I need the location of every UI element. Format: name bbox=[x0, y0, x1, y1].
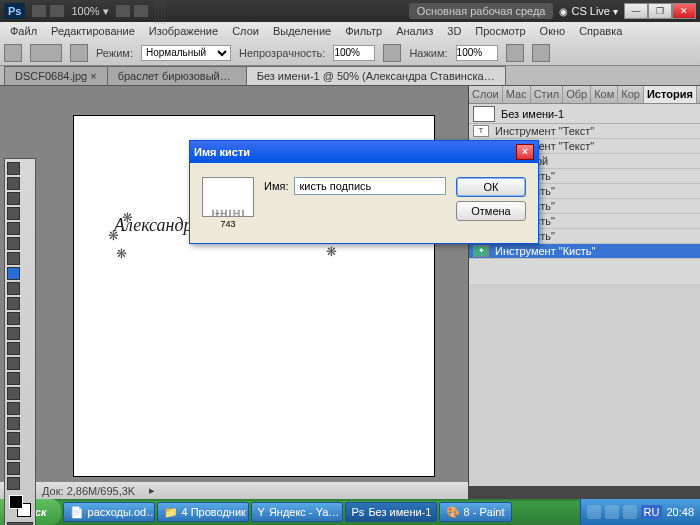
panel-tab[interactable]: Обр bbox=[563, 86, 591, 103]
menu-3d[interactable]: 3D bbox=[441, 24, 467, 38]
hand-tool[interactable] bbox=[7, 462, 20, 475]
system-tray: RU 20:48 bbox=[580, 499, 700, 525]
eraser-tool[interactable] bbox=[7, 312, 20, 325]
minibridge-icon[interactable] bbox=[49, 4, 65, 18]
menu-analysis[interactable]: Анализ bbox=[390, 24, 439, 38]
hand-tool-icon[interactable] bbox=[115, 4, 131, 18]
panel-tab[interactable]: Кор bbox=[618, 86, 644, 103]
airbrush-icon[interactable] bbox=[506, 44, 524, 62]
current-tool-icon[interactable] bbox=[4, 44, 22, 62]
cancel-button[interactable]: Отмена bbox=[456, 201, 526, 221]
taskbar-item[interactable]: 📄расходы.od… bbox=[63, 502, 155, 522]
foreground-swatch[interactable] bbox=[9, 495, 23, 509]
shape-tool[interactable] bbox=[7, 417, 20, 430]
menu-file[interactable]: Файл bbox=[4, 24, 43, 38]
history-item[interactable]: TИнструмент "Текст" bbox=[469, 124, 700, 139]
brush-preset-picker[interactable] bbox=[30, 44, 62, 62]
history-brush-tool[interactable] bbox=[7, 297, 20, 310]
wand-tool[interactable] bbox=[7, 207, 20, 220]
clock[interactable]: 20:48 bbox=[666, 506, 694, 518]
windows-taskbar: ◑ пуск 📄расходы.od… 📁4 Проводник YЯндекс… bbox=[0, 499, 700, 525]
snapshot-label: Без имени-1 bbox=[501, 108, 564, 120]
taskbar-item[interactable]: 🎨8 - Paint bbox=[439, 502, 512, 522]
taskbar-item[interactable]: 📁4 Проводник bbox=[157, 502, 249, 522]
maximize-button[interactable]: ❐ bbox=[648, 3, 672, 19]
panel-tab[interactable]: Стил bbox=[531, 86, 564, 103]
history-item-current[interactable]: ✦Инструмент "Кисть" bbox=[469, 244, 700, 259]
minimize-button[interactable]: — bbox=[624, 3, 648, 19]
snowflake-icon: ❋ bbox=[326, 244, 337, 259]
opacity-label: Непрозрачность: bbox=[239, 47, 325, 59]
menu-filter[interactable]: Фильтр bbox=[339, 24, 388, 38]
panel-tabs: Слои Мас Стил Обр Ком Кор История Опе Ка… bbox=[469, 86, 700, 104]
dialog-titlebar[interactable]: Имя кисти × bbox=[190, 141, 538, 163]
panel-tab[interactable]: Мас bbox=[503, 86, 531, 103]
3d-camera-tool[interactable] bbox=[7, 447, 20, 460]
tray-icon[interactable] bbox=[605, 505, 619, 519]
blend-mode-select[interactable]: Нормальный bbox=[141, 45, 231, 61]
toolbox[interactable] bbox=[4, 158, 36, 525]
brush-tool[interactable] bbox=[7, 267, 20, 280]
snapshot-thumb-icon bbox=[473, 106, 495, 122]
move-tool[interactable] bbox=[7, 162, 20, 175]
brush-name-dialog: Имя кисти × ║╫╟╢║╟╢║ 743 Имя: ОК Отмена bbox=[189, 140, 539, 244]
brush-name-input[interactable] bbox=[294, 177, 446, 195]
flow-input[interactable] bbox=[456, 45, 498, 61]
tool-options-bar: Режим: Нормальный Непрозрачность: Нажим: bbox=[0, 40, 700, 66]
status-menu-icon[interactable]: ▸ bbox=[149, 484, 155, 497]
zoom-display[interactable]: 100% ▾ bbox=[71, 5, 108, 18]
tablet-pressure-icon[interactable] bbox=[532, 44, 550, 62]
taskbar-item[interactable]: YЯндекс - Ya… bbox=[251, 502, 343, 522]
status-bar: 50% Док: 2,86M/695,3K ▸ bbox=[0, 481, 468, 499]
healing-tool[interactable] bbox=[7, 252, 20, 265]
pen-tool[interactable] bbox=[7, 372, 20, 385]
zoom-tool-icon[interactable] bbox=[133, 4, 149, 18]
menu-edit[interactable]: Редактирование bbox=[45, 24, 141, 38]
zoom-tool[interactable] bbox=[7, 477, 20, 490]
lasso-tool[interactable] bbox=[7, 192, 20, 205]
color-swatches[interactable] bbox=[9, 495, 31, 517]
opacity-pressure-icon[interactable] bbox=[383, 44, 401, 62]
eyedropper-tool[interactable] bbox=[7, 237, 20, 250]
tray-icon[interactable] bbox=[587, 505, 601, 519]
menu-image[interactable]: Изображение bbox=[143, 24, 224, 38]
app-titlebar: Ps 100% ▾ Основная рабочая среда ◉ CS Li… bbox=[0, 0, 700, 22]
dialog-close-button[interactable]: × bbox=[516, 144, 534, 160]
tab-close-icon[interactable]: × bbox=[90, 70, 96, 82]
close-button[interactable]: ✕ bbox=[672, 3, 696, 19]
menu-view[interactable]: Просмотр bbox=[469, 24, 531, 38]
window-controls: — ❐ ✕ bbox=[624, 3, 696, 19]
language-indicator[interactable]: RU bbox=[641, 505, 663, 519]
menu-select[interactable]: Выделение bbox=[267, 24, 337, 38]
menu-help[interactable]: Справка bbox=[573, 24, 628, 38]
type-tool[interactable] bbox=[7, 387, 20, 400]
bridge-icon[interactable] bbox=[31, 4, 47, 18]
history-step-icon: ✦ bbox=[473, 245, 489, 257]
history-snapshot[interactable]: Без имени-1 bbox=[469, 104, 700, 124]
doc-size[interactable]: Док: 2,86M/695,3K bbox=[42, 485, 135, 497]
dodge-tool[interactable] bbox=[7, 357, 20, 370]
doc-tab[interactable]: браслет бирюзовый2.jpg × bbox=[107, 66, 247, 85]
taskbar-item-active[interactable]: PsБез имени-1 … bbox=[345, 502, 437, 522]
menu-layer[interactable]: Слои bbox=[226, 24, 265, 38]
ok-button[interactable]: ОК bbox=[456, 177, 526, 197]
brush-preview: ║╫╟╢║╟╢║ 743 bbox=[202, 177, 254, 229]
cslive-button[interactable]: ◉ CS Live ▾ bbox=[559, 5, 618, 17]
doc-tab[interactable]: DSCF0684.jpg × bbox=[4, 66, 108, 85]
gradient-tool[interactable] bbox=[7, 327, 20, 340]
crop-tool[interactable] bbox=[7, 222, 20, 235]
stamp-tool[interactable] bbox=[7, 282, 20, 295]
menu-window[interactable]: Окно bbox=[534, 24, 572, 38]
blur-tool[interactable] bbox=[7, 342, 20, 355]
panel-tab-history[interactable]: История bbox=[644, 86, 697, 103]
marquee-tool[interactable] bbox=[7, 177, 20, 190]
opacity-input[interactable] bbox=[333, 45, 375, 61]
3d-tool[interactable] bbox=[7, 432, 20, 445]
doc-tab-active[interactable]: Без имени-1 @ 50% (Александра Ставинская… bbox=[246, 66, 506, 85]
tray-icon[interactable] bbox=[623, 505, 637, 519]
panel-tab[interactable]: Слои bbox=[469, 86, 503, 103]
brush-panel-toggle-icon[interactable] bbox=[70, 44, 88, 62]
panel-tab[interactable]: Ком bbox=[591, 86, 618, 103]
path-tool[interactable] bbox=[7, 402, 20, 415]
workspace-switcher[interactable]: Основная рабочая среда bbox=[409, 3, 554, 19]
